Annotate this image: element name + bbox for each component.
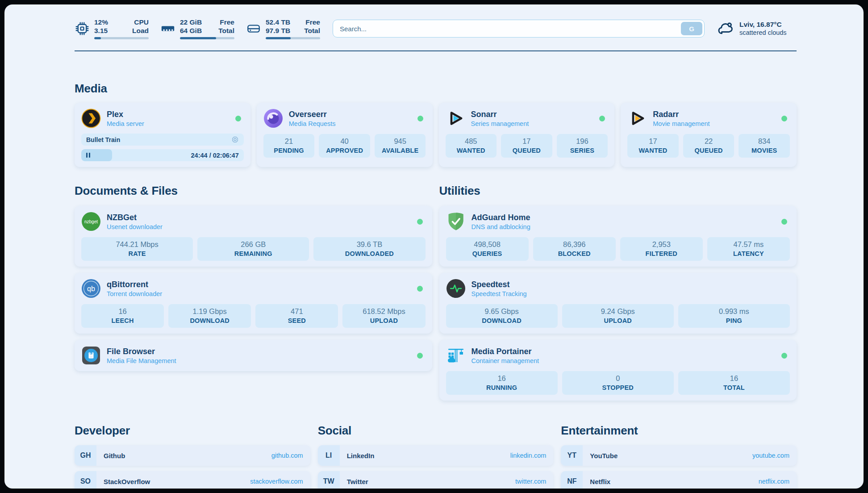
- bookmark-name: YouTube: [590, 452, 618, 460]
- bookmark-name: LinkedIn: [347, 452, 375, 460]
- search-bar: G: [333, 20, 705, 38]
- drive-icon: [246, 21, 261, 36]
- stat-movies: 834MOVIES: [739, 134, 790, 158]
- service-name: qBittorrent: [107, 280, 162, 289]
- stat-total: 16TOTAL: [678, 371, 790, 395]
- playback-time: 24:44 / 02:06:47: [191, 152, 239, 159]
- bookmark-group-entertainment: Entertainment YT YouTube youtube.com NF …: [561, 424, 797, 489]
- pause-icon: [86, 153, 90, 158]
- bookmark-twitter[interactable]: TW Twitter twitter.com: [318, 471, 554, 489]
- speedtest-pulse-icon: [446, 279, 466, 298]
- filebrowser-icon: [81, 346, 101, 365]
- section-utilities: Utilities AdGuard Home DNS and adblockin…: [439, 184, 797, 401]
- cpu-values: 12% 3.15: [94, 18, 108, 35]
- status-dot: [417, 116, 423, 121]
- service-card-filebrowser[interactable]: File Browser Media File Management: [75, 340, 432, 371]
- service-card-qbittorrent[interactable]: qb qBittorrent Torrent downloader 16LEEC…: [75, 273, 432, 334]
- bookmark-group-developer: Developer GH Github github.com SO StackO…: [75, 424, 310, 489]
- stat-latency: 47.57 msLATENCY: [707, 237, 790, 261]
- stat-series: 196SERIES: [557, 134, 608, 158]
- stat-remaining: 266 GBREMAINING: [197, 237, 309, 261]
- memory-widget: 22 GiB 64 GiB Free Total: [160, 18, 234, 39]
- bookmark-abbr: YT: [561, 445, 583, 466]
- service-card-adguard[interactable]: AdGuard Home DNS and adblocking 498,508Q…: [439, 206, 797, 267]
- service-name: Overseerr: [289, 110, 336, 119]
- service-name: Radarr: [653, 110, 709, 119]
- sonarr-icon: [446, 109, 465, 128]
- service-name: Speedtest: [472, 280, 527, 289]
- now-playing-row: Bullet Train: [81, 134, 244, 146]
- bookmark-url[interactable]: github.com: [271, 452, 303, 459]
- disk-free: 52.4 TB: [266, 18, 290, 26]
- bookmark-stackoverflow[interactable]: SO StackOverflow stackoverflow.com: [75, 471, 310, 489]
- weather-widget[interactable]: Lviv, 16.87°C scattered clouds: [717, 20, 797, 38]
- stat-wanted: 485WANTED: [446, 134, 497, 158]
- bookmark-url[interactable]: youtube.com: [752, 452, 789, 459]
- service-card-overseerr[interactable]: Overseerr Media Requests 21PENDING 40APP…: [257, 103, 433, 167]
- bookmark-name: Twitter: [347, 478, 368, 485]
- stat-stopped: 0STOPPED: [562, 371, 674, 395]
- bookmark-url[interactable]: netflix.com: [759, 478, 789, 485]
- service-card-speedtest[interactable]: Speedtest Speedtest Tracking 9.65 GbpsDO…: [439, 273, 797, 334]
- section-title-utilities: Utilities: [439, 184, 797, 198]
- weather-location-temp: Lviv, 16.87°C: [739, 20, 787, 29]
- disk-widget: 52.4 TB 97.9 TB Free Total: [246, 18, 320, 39]
- adguard-shield-icon: [446, 212, 466, 231]
- stat-leech: 16LEECH: [81, 304, 164, 328]
- search-input[interactable]: [333, 20, 705, 38]
- section-media: Media Plex Media server Bullet Train: [75, 82, 797, 167]
- cpu-load-value: 3.15: [94, 26, 108, 35]
- service-subtitle: Movie management: [653, 120, 709, 127]
- bookmark-abbr: TW: [318, 471, 340, 489]
- stat-upload: 9.24 GbpsUPLOAD: [562, 304, 674, 328]
- service-subtitle: Container management: [472, 357, 539, 364]
- status-dot: [599, 116, 605, 121]
- service-name: File Browser: [107, 347, 176, 356]
- svg-text:qb: qb: [87, 285, 95, 292]
- bookmark-url[interactable]: twitter.com: [515, 478, 546, 485]
- service-subtitle: Media Requests: [289, 120, 336, 127]
- header-divider: [75, 50, 797, 51]
- section-documents: Documents & Files nzbget NZBGet Usenet d…: [75, 184, 432, 371]
- plex-icon: [81, 109, 101, 128]
- service-subtitle: Media File Management: [107, 357, 176, 364]
- portainer-crane-icon: [446, 346, 466, 365]
- memory-free: 22 GiB: [180, 18, 202, 26]
- status-dot: [781, 116, 787, 121]
- bookmark-abbr: NF: [561, 471, 583, 489]
- service-card-sonarr[interactable]: Sonarr Series management 485WANTED 17QUE…: [439, 103, 615, 167]
- memory-progress-bar: [180, 37, 234, 39]
- service-name: NZBGet: [107, 213, 163, 222]
- bookmark-url[interactable]: stackoverflow.com: [250, 478, 303, 485]
- service-name: AdGuard Home: [472, 213, 530, 222]
- bookmark-name: Netflix: [590, 478, 610, 485]
- service-card-nzbget[interactable]: nzbget NZBGet Usenet downloader 744.21 M…: [75, 206, 432, 267]
- service-card-plex[interactable]: Plex Media server Bullet Train 24:44 / 0: [75, 103, 250, 167]
- memory-values: 22 GiB 64 GiB: [180, 18, 202, 35]
- memory-total: 64 GiB: [180, 26, 202, 35]
- section-title-entertainment: Entertainment: [561, 424, 797, 438]
- bookmark-youtube[interactable]: YT YouTube youtube.com: [561, 445, 797, 466]
- bookmark-abbr: SO: [75, 471, 96, 489]
- section-title-media: Media: [75, 82, 797, 96]
- status-dot: [417, 219, 423, 225]
- bookmark-name: Github: [104, 452, 125, 460]
- status-dot: [781, 219, 787, 225]
- bookmark-linkedin[interactable]: LI LinkedIn linkedin.com: [318, 445, 554, 466]
- service-name: Plex: [107, 110, 144, 119]
- stat-approved: 40APPROVED: [319, 134, 370, 158]
- top-bar: 12% 3.15 CPU Load: [75, 18, 797, 39]
- disk-values: 52.4 TB 97.9 TB: [266, 18, 290, 35]
- service-card-portainer[interactable]: Media Portainer Container management 16R…: [439, 340, 797, 401]
- section-title-documents: Documents & Files: [75, 184, 432, 198]
- bookmark-url[interactable]: linkedin.com: [510, 452, 547, 459]
- weather-condition: scattered clouds: [739, 29, 787, 37]
- search-provider-button[interactable]: G: [681, 22, 702, 35]
- cpu-chip-icon: [75, 21, 90, 36]
- bookmark-github[interactable]: GH Github github.com: [75, 445, 310, 466]
- bookmark-netflix[interactable]: NF Netflix netflix.com: [561, 471, 797, 489]
- overseerr-icon: [263, 109, 283, 128]
- service-card-radarr[interactable]: Radarr Movie management 17WANTED 22QUEUE…: [621, 103, 797, 167]
- cloud-icon: [717, 20, 735, 38]
- nzbget-icon: nzbget: [81, 212, 101, 231]
